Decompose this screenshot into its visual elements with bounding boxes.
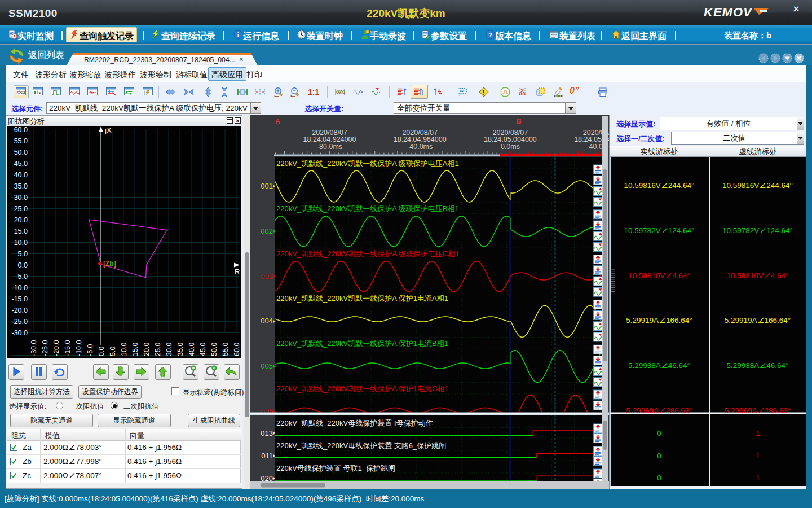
svg-text:10.0: 10.0 xyxy=(14,239,28,247)
svg-text:220kV_凯默线_220kV凯默一线保护A 保护1电流A相: 220kV_凯默线_220kV凯默一线保护A 保护1电流A相1 xyxy=(276,294,448,303)
svg-text:10.0: 10.0 xyxy=(120,343,128,356)
svg-text:005: 005 xyxy=(261,362,273,370)
svg-text:40.0: 40.0 xyxy=(188,343,196,356)
svg-text:0: 0 xyxy=(657,452,661,460)
svg-text:18:24:05.004000: 18:24:05.004000 xyxy=(484,135,537,143)
svg-text:-80.0ms: -80.0ms xyxy=(317,143,342,151)
svg-text:18:24:04.924000: 18:24:04.924000 xyxy=(303,135,356,143)
svg-text:220kV_凯默线_220kV凯默一线保护A 保护1电流B相: 220kV_凯默线_220kV凯默一线保护A 保护1电流B相1 xyxy=(276,339,448,348)
svg-text:003: 003 xyxy=(261,272,273,281)
svg-text:001: 001 xyxy=(261,182,273,190)
svg-text:[Zb]: [Zb] xyxy=(103,260,116,268)
svg-text:55.0: 55.0 xyxy=(222,343,230,356)
svg-text:45.0: 45.0 xyxy=(14,160,28,168)
svg-text:60.0: 60.0 xyxy=(14,126,28,134)
svg-text:35.0: 35.0 xyxy=(176,343,184,356)
svg-text:?: ? xyxy=(488,32,492,38)
svg-text:35.0: 35.0 xyxy=(14,182,28,190)
svg-text:25.0: 25.0 xyxy=(14,205,28,213)
svg-text:220kV_凯默线_220kV凯默一线保护A 保护1电流C相: 220kV_凯默线_220kV凯默一线保护A 保护1电流C相1 xyxy=(276,384,449,393)
svg-text:-20.0: -20.0 xyxy=(52,340,60,356)
svg-text:30.0: 30.0 xyxy=(14,194,28,202)
svg-text:1: 1 xyxy=(756,452,760,460)
svg-text:20.0: 20.0 xyxy=(14,216,28,224)
svg-text:0: 0 xyxy=(657,429,661,437)
svg-text:5.0: 5.0 xyxy=(109,347,117,356)
svg-text:-5.0: -5.0 xyxy=(15,273,28,281)
svg-text:15.0: 15.0 xyxy=(14,227,28,235)
svg-text:18:24:04.964000: 18:24:04.964000 xyxy=(394,135,447,143)
svg-text:-15.0: -15.0 xyxy=(64,340,72,356)
svg-text:-10.0: -10.0 xyxy=(12,284,28,292)
svg-text:25.0: 25.0 xyxy=(154,343,162,356)
svg-text:-15.0: -15.0 xyxy=(12,295,28,303)
svg-text:220kV_凯默线_220kV母线保护装置 支路6_保护跳闸: 220kV_凯默线_220kV母线保护装置 支路6_保护跳闸 xyxy=(276,441,446,450)
svg-text:-40.0ms: -40.0ms xyxy=(407,143,433,151)
svg-text:jX: jX xyxy=(104,126,112,134)
svg-text:A: A xyxy=(275,117,280,125)
svg-text:45.0: 45.0 xyxy=(199,343,207,356)
svg-text:013: 013 xyxy=(261,429,273,437)
svg-text:020: 020 xyxy=(261,474,273,483)
svg-text:20.0: 20.0 xyxy=(143,343,151,356)
svg-text:55.0: 55.0 xyxy=(14,137,28,145)
svg-text:220kV母线保护装置 母联1_保护跳闸: 220kV母线保护装置 母联1_保护跳闸 xyxy=(276,464,395,472)
svg-text:-5.0: -5.0 xyxy=(86,344,94,356)
svg-text:0: 0 xyxy=(657,474,661,482)
svg-text:1: 1 xyxy=(756,474,760,482)
svg-text:5.0: 5.0 xyxy=(18,250,28,258)
svg-text:0.0: 0.0 xyxy=(98,347,105,356)
svg-text:220kV_凯默线_220kV凯默一线保护A 级联保护电压B: 220kV_凯默线_220kV凯默一线保护A 级联保护电压B相1 xyxy=(276,204,459,213)
svg-text:220kV_凯默线_220kV凯默一线保护A 级联保护电压A: 220kV_凯默线_220kV凯默一线保护A 级联保护电压A相1 xyxy=(276,159,459,168)
svg-text:40.0: 40.0 xyxy=(14,171,28,179)
svg-text:15.0: 15.0 xyxy=(131,343,139,356)
svg-text:-20.0: -20.0 xyxy=(12,306,28,314)
svg-text:50.0: 50.0 xyxy=(210,343,218,356)
svg-text:60.0: 60.0 xyxy=(233,343,241,356)
svg-text:R: R xyxy=(235,268,240,276)
svg-text:B: B xyxy=(517,117,522,125)
svg-text:50.0: 50.0 xyxy=(14,148,28,156)
svg-text:-25.0: -25.0 xyxy=(12,318,28,326)
svg-text:-30.0: -30.0 xyxy=(12,329,28,337)
svg-text:011: 011 xyxy=(261,452,273,460)
svg-text:0.0ms: 0.0ms xyxy=(501,143,520,151)
svg-text:0.0: 0.0 xyxy=(18,261,28,269)
svg-text:004: 004 xyxy=(261,317,273,325)
svg-text:-25.0: -25.0 xyxy=(41,340,49,356)
svg-text:30.0: 30.0 xyxy=(165,343,173,356)
svg-text:-30.0: -30.0 xyxy=(30,340,38,356)
svg-text:-10.0: -10.0 xyxy=(75,340,83,356)
svg-text:1: 1 xyxy=(756,429,760,437)
svg-text:220kV_凯默线_220kV母线保护装置 Ⅰ母保护动作: 220kV_凯默线_220kV母线保护装置 Ⅰ母保护动作 xyxy=(276,419,433,427)
svg-text:220kV_凯默线_220kV凯默一线保护A 级联保护电压C: 220kV_凯默线_220kV凯默一线保护A 级联保护电压C相1 xyxy=(276,249,459,258)
svg-text:002: 002 xyxy=(261,227,273,235)
